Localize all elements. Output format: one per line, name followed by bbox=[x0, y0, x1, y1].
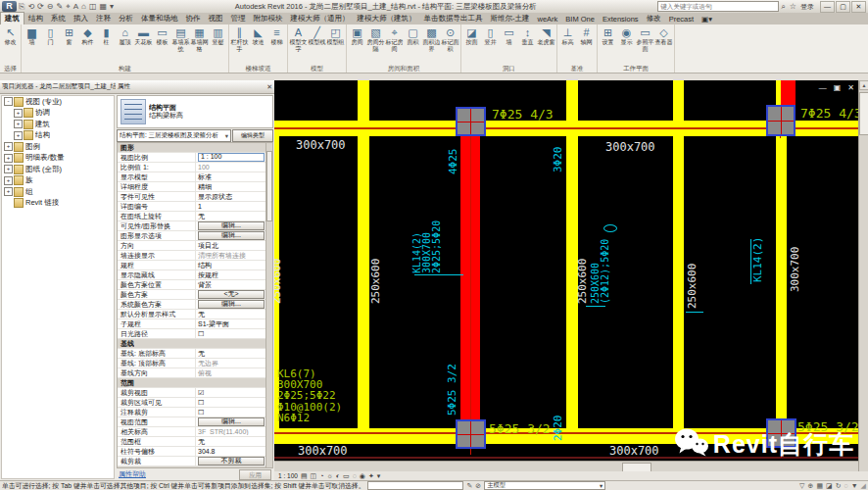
beam-annotation[interactable]: 300x700 bbox=[296, 139, 346, 151]
ribbon-group-label[interactable]: 房间和面积 bbox=[348, 64, 459, 73]
ribbon-group-label[interactable]: 楼梯坡道 bbox=[230, 64, 286, 73]
property-value[interactable]: 无边界 bbox=[196, 359, 266, 368]
property-value[interactable]: ☐ bbox=[196, 330, 266, 338]
property-value[interactable]: 无 bbox=[196, 310, 266, 319]
window-control-button[interactable]: ✕ bbox=[851, 1, 866, 13]
property-value[interactable]: ☑ bbox=[196, 389, 266, 397]
beam-annotation[interactable]: 250X600(2Φ12);5Φ20 bbox=[591, 239, 610, 304]
property-value[interactable]: <无> bbox=[198, 290, 265, 299]
project-browser-header[interactable]: 项目浏览器 - 龙尚二层别墅项目_土建_结构.rvt ✕ bbox=[0, 80, 116, 94]
filter-icon[interactable]: ◪ bbox=[826, 482, 833, 490]
ribbon-tool-button[interactable]: ≡ 楼梯 bbox=[267, 24, 286, 46]
filter-icon[interactable]: ◌ bbox=[844, 482, 848, 489]
title-bar-icon[interactable]: ⌕ bbox=[781, 2, 785, 12]
property-value[interactable]: 结构 bbox=[196, 261, 266, 270]
tree-expand-icon[interactable]: + bbox=[14, 109, 23, 118]
view-control-icon[interactable]: ▾ bbox=[377, 472, 381, 480]
view-control-icon[interactable]: ◌ bbox=[353, 472, 357, 479]
browser-tree-item[interactable]: + 组 bbox=[2, 186, 114, 198]
ribbon-group-label[interactable]: 模型 bbox=[289, 64, 345, 73]
ribbon-tab[interactable]: 单击数据导出工具 bbox=[420, 13, 487, 24]
ribbon-tab[interactable]: 斯维尔-土建 bbox=[487, 13, 534, 24]
ribbon-tab[interactable]: 协作 bbox=[182, 13, 205, 24]
ribbon-tool-button[interactable]: ⌂ 屋顶 bbox=[116, 24, 134, 46]
tree-expand-icon[interactable]: + bbox=[4, 142, 13, 151]
property-value[interactable]: 304.8 bbox=[196, 448, 266, 455]
ribbon-tool-button[interactable]: ▩ 面积边界 bbox=[422, 24, 441, 52]
property-value[interactable]: 背景 bbox=[196, 280, 266, 290]
filter-icon[interactable]: ▼ bbox=[851, 482, 858, 489]
view-control-icon[interactable]: ☼ bbox=[326, 472, 332, 479]
properties-help-link[interactable]: 属性帮助 bbox=[119, 469, 146, 479]
ribbon-tool-button[interactable]: ▣ 房间 bbox=[348, 24, 366, 46]
ribbon-tool-button[interactable]: ⊙ 标记面积 bbox=[441, 24, 459, 52]
tree-expand-icon[interactable]: - bbox=[4, 97, 13, 106]
apply-button[interactable]: 应用 bbox=[239, 469, 271, 480]
property-value[interactable]: 按规程 bbox=[196, 270, 266, 280]
property-value[interactable]: 1 : 100 bbox=[198, 153, 265, 162]
ribbon-tool-button[interactable]: ▯ 门 bbox=[41, 24, 60, 46]
qat-icon[interactable]: ⌂ bbox=[81, 2, 86, 12]
qat-icon[interactable]: ⊖ bbox=[47, 2, 54, 12]
browser-tree-item[interactable]: + 族 bbox=[2, 175, 114, 187]
filter-icon[interactable]: ▽ bbox=[799, 482, 804, 490]
qat-icon[interactable]: A bbox=[73, 2, 78, 12]
ribbon-tab[interactable]: 建模大师（通用） bbox=[287, 13, 354, 24]
ribbon-tool-button[interactable]: ⊥ 标高 bbox=[558, 24, 577, 46]
status-bar-icon[interactable]: ⊘ bbox=[475, 482, 481, 490]
ribbon-tool-button[interactable]: ▢ 面积 bbox=[404, 24, 422, 46]
ribbon-tab[interactable]: weArk bbox=[534, 14, 562, 24]
properties-header[interactable]: 属性 ✕ bbox=[116, 80, 274, 94]
ribbon-tab[interactable]: 修改 bbox=[643, 13, 665, 24]
drawing-canvas[interactable]: 300x700 300x700 300x700 300x700 250x600 … bbox=[274, 80, 858, 461]
property-value[interactable]: 1 bbox=[196, 203, 266, 210]
ribbon-tab[interactable]: 视图 bbox=[205, 13, 227, 24]
ribbon-tool-button[interactable]: ▤ 幕墙系统 bbox=[171, 24, 190, 52]
property-value[interactable]: 显示原状态 bbox=[196, 192, 266, 202]
ribbon-tool-button[interactable]: ▬ 天花板 bbox=[134, 24, 153, 46]
qat-icon[interactable]: ▾ bbox=[110, 2, 114, 12]
beam-annotation[interactable]: 5Φ25 3/2 bbox=[489, 422, 551, 435]
browser-tree-item[interactable]: Revit 链接 bbox=[2, 198, 114, 210]
ribbon-tab[interactable]: 注释 bbox=[92, 13, 115, 24]
ribbon-tool-button[interactable]: ╱ 模型线 bbox=[308, 24, 326, 46]
property-value[interactable]: ☐ bbox=[196, 409, 266, 416]
ribbon-tab[interactable]: 插入 bbox=[70, 13, 92, 24]
property-value[interactable]: 清理所有墙连接 bbox=[196, 251, 266, 261]
property-value[interactable]: 不剪裁 bbox=[198, 457, 265, 466]
beam-annotation[interactable]: 300x700 bbox=[298, 445, 348, 457]
ribbon-tab[interactable]: BIM One bbox=[561, 14, 599, 24]
beam-annotation[interactable]: 250x600 bbox=[274, 259, 282, 304]
view-control-icon[interactable]: ◐ bbox=[336, 472, 340, 479]
ribbon-tool-button[interactable]: ▭ 参照平面 bbox=[636, 24, 654, 52]
beam-annotation[interactable]: 7Φ25 4/3 bbox=[800, 107, 858, 120]
ribbon-tool-button[interactable]: ▭ 墙 bbox=[500, 24, 518, 46]
beam-annotation[interactable]: 7Φ25 4/3 bbox=[492, 108, 554, 121]
ribbon-group-label[interactable]: 工作平面 bbox=[599, 64, 673, 73]
browser-tree-item[interactable]: + 图纸 (全部) bbox=[2, 164, 114, 175]
properties-scrollbar[interactable] bbox=[265, 143, 272, 467]
view-control-icon[interactable]: ▤ bbox=[301, 472, 308, 480]
beam-annotation[interactable]: 250x600 bbox=[370, 259, 381, 304]
browser-tree-item[interactable]: + 图例 bbox=[2, 141, 114, 153]
beam[interactable] bbox=[781, 80, 796, 106]
beam-annotation[interactable]: 300x700 bbox=[790, 247, 800, 292]
property-value[interactable]: 标准 bbox=[196, 172, 266, 182]
scroll-up-icon[interactable]: ▲ bbox=[859, 80, 868, 90]
view-scale-button[interactable]: 1 : 100 bbox=[278, 472, 298, 479]
filter-icon[interactable]: ↻ bbox=[836, 482, 842, 490]
ribbon-tool-button[interactable]: ▥ 竖梃 bbox=[209, 24, 227, 46]
ribbon-tab[interactable]: 建模大师（建筑） bbox=[354, 13, 420, 24]
close-icon[interactable]: ✕ bbox=[266, 83, 272, 91]
qat-icon[interactable]: ⟳ bbox=[37, 2, 44, 12]
beam-annotation[interactable]: 250x600 bbox=[577, 259, 588, 304]
beam-annotation[interactable]: KL14(2) bbox=[752, 237, 763, 282]
column[interactable] bbox=[456, 419, 486, 449]
ribbon-tool-button[interactable]: ↖ 修改 bbox=[1, 24, 20, 46]
beam-annotation[interactable]: 300x700 bbox=[605, 141, 655, 153]
property-value[interactable]: 精细 bbox=[196, 182, 266, 192]
ribbon-tab[interactable]: Precast bbox=[665, 14, 698, 24]
view-control-icon[interactable]: ▭ bbox=[343, 472, 350, 480]
qat-icon[interactable]: ✎ bbox=[57, 2, 64, 12]
view-control-icon[interactable]: ◫ bbox=[311, 472, 317, 480]
